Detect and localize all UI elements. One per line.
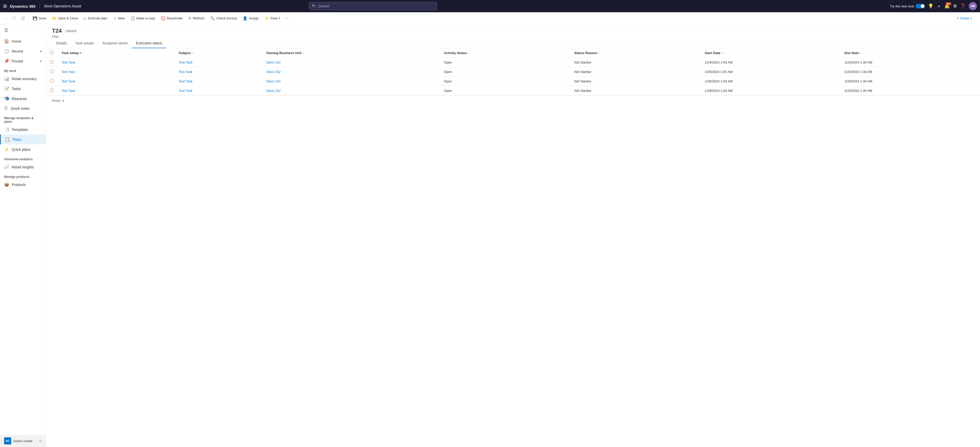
obu-link-3[interactable]: Store 102	[266, 89, 280, 92]
record-header: T24 - Saved Plan	[46, 24, 980, 38]
execution-table: Task setup ▾ ↕ Subject ↕	[46, 48, 980, 95]
th-status-reason[interactable]: Status Reason ↕	[570, 48, 700, 58]
sidebar-label-plans: Plans	[13, 137, 21, 142]
obu-link-1[interactable]: Store 102	[266, 70, 280, 74]
save-button[interactable]: 💾 Save	[30, 14, 49, 22]
row-checkbox-2[interactable]	[46, 76, 57, 86]
notification-badge: 99+	[945, 2, 951, 5]
select-all-checkbox[interactable]	[50, 51, 53, 54]
row-obu-1: Store 102	[262, 67, 440, 76]
table-row: Test Task Test Task Store 102 Open Not S…	[46, 86, 980, 95]
record-icon-button[interactable]: 📄	[10, 15, 18, 22]
waffle-icon[interactable]: ⊞	[3, 3, 7, 9]
back-button[interactable]: ←	[2, 15, 10, 22]
nav-divider	[40, 3, 40, 9]
pinned-chevron: ▾	[40, 59, 41, 63]
subject-sort-icon: ↕	[192, 51, 193, 54]
add-icon[interactable]: ＋	[937, 3, 941, 9]
manage-templates-section: Manage templates & plans	[0, 113, 46, 124]
row-task-setup-2: Test Task	[57, 76, 175, 86]
help-icon[interactable]: ❓	[960, 3, 966, 9]
flow-button[interactable]: ⚡ Flow ▾	[262, 14, 283, 22]
row-status-reason-3: Not Started	[570, 86, 700, 95]
lightbulb-icon[interactable]: 💡	[928, 3, 934, 9]
activity-status-sort-icon: ↕	[468, 51, 469, 54]
row-activity-status-2: Open	[440, 76, 570, 86]
tab-assigned-stores[interactable]: Assigned stores	[98, 38, 132, 48]
row-obu-2: Store 102	[262, 76, 440, 86]
subject-link-2[interactable]: Test Task	[179, 80, 192, 83]
table-row: Test Task Test Task Store 102 Open Not S…	[46, 67, 980, 76]
check-access-button[interactable]: 🔍 Check Access	[207, 14, 240, 22]
th-task-setup[interactable]: Task setup ▾ ↕	[57, 48, 175, 58]
th-due-date[interactable]: Due Date ↕	[840, 48, 980, 58]
row-checkbox-3[interactable]	[46, 86, 57, 95]
row-checkbox-0[interactable]	[46, 58, 57, 67]
task-setup-link-2[interactable]: Test Task	[62, 80, 75, 83]
sidebar-item-products[interactable]: 📦 Products	[0, 180, 46, 189]
row-checkbox-1[interactable]	[46, 67, 57, 76]
refresh-button[interactable]: ↻ Refresh	[186, 14, 207, 22]
subject-link-1[interactable]: Test Task	[179, 70, 192, 74]
settings-icon[interactable]: ⚙	[953, 3, 957, 9]
app-name: Dynamics 365	[10, 4, 35, 8]
obu-link-0[interactable]: Store 102	[266, 60, 280, 64]
search-box[interactable]: 🔍	[309, 2, 437, 10]
subject-link-0[interactable]: Test Task	[179, 60, 192, 64]
sidebar-item-pinned[interactable]: 📌 Pinned ▾	[0, 56, 46, 66]
sidebar-item-templates[interactable]: 📑 Templates	[0, 124, 46, 134]
sidebar-item-plans[interactable]: 📋 Plans	[0, 134, 46, 145]
task-setup-link-3[interactable]: Test Task	[62, 89, 75, 92]
new-icon: ＋	[113, 16, 117, 21]
sidebar-item-requests[interactable]: 📬 Requests	[0, 94, 46, 103]
manage-products-section: Manage products	[0, 172, 46, 180]
new-button[interactable]: ＋ New	[110, 14, 127, 22]
th-start-date[interactable]: Start Date ↑ ↕	[700, 48, 840, 58]
checkbox-header[interactable]	[46, 48, 57, 58]
row-status-reason-2: Not Started	[570, 76, 700, 86]
task-setup-filter-icon: ▾	[80, 51, 81, 55]
sidebar-item-recent[interactable]: 🕐 Recent ▾	[0, 46, 46, 56]
action-center-avatar: AC	[4, 437, 11, 444]
flow-chevron: ▾	[279, 17, 280, 20]
back-icon: ←	[4, 16, 7, 20]
more-button[interactable]: ⋯	[283, 15, 291, 22]
try-new-toggle[interactable]	[916, 4, 925, 8]
notification-icon[interactable]: 🔔 99+	[944, 3, 950, 9]
breadcrumb-button[interactable]: ⬜	[19, 15, 27, 22]
task-setup-link-0[interactable]: Test Task	[62, 60, 75, 64]
table-row: Test Task Test Task Store 102 Open Not S…	[46, 76, 980, 86]
tab-execution-status[interactable]: Execution status	[132, 38, 166, 48]
sidebar-label-requests: Requests	[12, 97, 27, 101]
breadcrumb-icon: ⬜	[21, 16, 25, 20]
obu-link-2[interactable]: Store 102	[266, 80, 280, 83]
sidebar-item-home[interactable]: 🏠 Home	[0, 36, 46, 46]
row-task-setup-0: Test Task	[57, 58, 175, 67]
make-copy-button[interactable]: 📋 Make a copy	[128, 14, 158, 22]
th-subject[interactable]: Subject ↕	[175, 48, 262, 58]
avatar[interactable]: SM	[969, 2, 977, 10]
subject-link-3[interactable]: Test Task	[179, 89, 192, 92]
tab-task-setups[interactable]: Task setups	[71, 38, 98, 48]
sidebar-item-tasks[interactable]: 📝 Tasks	[0, 84, 46, 94]
search-input[interactable]	[318, 4, 434, 8]
th-activity-status[interactable]: Activity Status ↕	[440, 48, 570, 58]
record-title: T24 - Saved	[52, 27, 974, 34]
task-setup-link-1[interactable]: Test Task	[62, 70, 75, 74]
th-owning-business-unit[interactable]: Owning Business Unit ↕	[262, 48, 440, 58]
sidebar-item-quick-plans[interactable]: ⚡ Quick plans	[0, 145, 46, 154]
sidebar-item-retail-insights[interactable]: 📈 Retail insights	[0, 162, 46, 172]
assign-button[interactable]: 👤 Assign	[240, 14, 261, 22]
save-close-button[interactable]: 📁 Save & Close	[49, 14, 81, 22]
tab-details[interactable]: Details	[52, 38, 71, 48]
action-center[interactable]: AC Action center ◇	[0, 435, 46, 447]
sidebar-toggle[interactable]: ☰	[0, 24, 46, 36]
share-button[interactable]: ↗ Share ▾	[953, 15, 975, 22]
deactivate-button[interactable]: 🚫 Deactivate	[158, 14, 185, 22]
execute-plan-button[interactable]: ▷ Execute plan	[81, 14, 110, 22]
products-icon: 📦	[4, 182, 9, 187]
sidebar-label-home: Home	[12, 39, 21, 43]
sidebar-item-quick-notes[interactable]: 🗒 Quick notes	[0, 103, 46, 113]
sidebar-label-quick-notes: Quick notes	[11, 107, 30, 110]
sidebar-item-retail-summary[interactable]: 📊 Retail summary	[0, 74, 46, 84]
